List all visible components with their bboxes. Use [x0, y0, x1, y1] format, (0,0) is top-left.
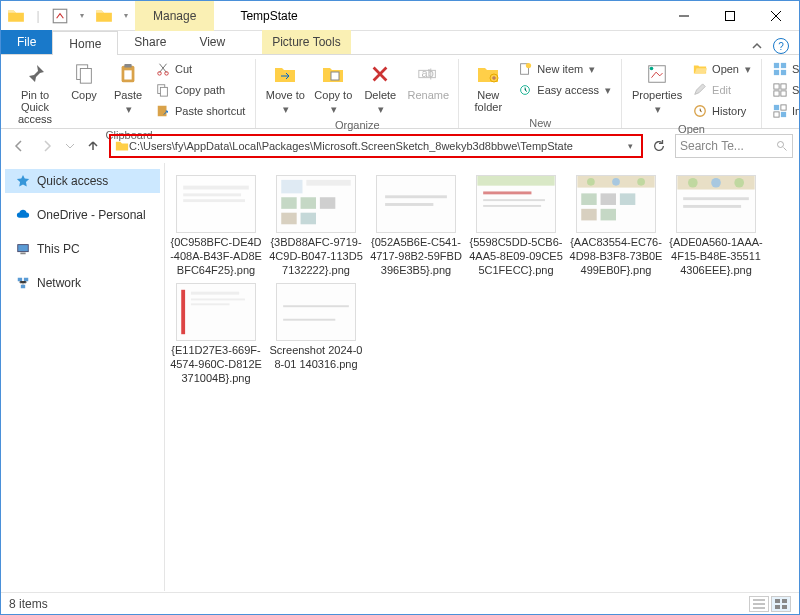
- up-button[interactable]: [81, 134, 105, 158]
- svg-rect-78: [181, 290, 185, 334]
- copy-icon: [71, 61, 97, 87]
- recent-dropdown[interactable]: [63, 134, 77, 158]
- help-icon[interactable]: ?: [773, 38, 789, 54]
- file-item[interactable]: {E11D27E3-669F-4574-960C-D812E371004B}.p…: [169, 283, 263, 385]
- qat-divider: |: [29, 7, 47, 25]
- minimize-button[interactable]: [661, 1, 707, 31]
- properties-icon[interactable]: [51, 7, 69, 25]
- rename-button[interactable]: ab Rename: [404, 59, 452, 103]
- navigation-bar: C:\Users\fy\AppData\Local\Packages\Micro…: [1, 129, 799, 163]
- svg-rect-32: [774, 112, 779, 117]
- svg-point-63: [612, 178, 620, 186]
- computer-icon: [15, 241, 31, 257]
- collapse-ribbon-icon[interactable]: [751, 40, 763, 52]
- svg-rect-65: [581, 193, 596, 205]
- new-item-button[interactable]: New item▾: [513, 59, 615, 79]
- easy-access-button[interactable]: Easy access▾: [513, 80, 615, 100]
- svg-rect-11: [158, 106, 167, 117]
- properties-button[interactable]: Properties▾: [628, 59, 686, 117]
- sidebar-item-quick-access[interactable]: Quick access: [5, 169, 160, 193]
- cut-button[interactable]: Cut: [151, 59, 249, 79]
- copy-button[interactable]: Copy: [63, 59, 105, 103]
- qat-dropdown-icon[interactable]: ▾: [117, 7, 135, 25]
- svg-rect-30: [774, 105, 779, 110]
- svg-point-74: [734, 178, 744, 188]
- svg-rect-43: [183, 199, 245, 202]
- file-item[interactable]: {AAC83554-EC76-4D98-B3F8-73B0E499EB0F}.p…: [569, 175, 663, 277]
- edit-button[interactable]: Edit: [688, 80, 755, 100]
- sidebar-label: OneDrive - Personal: [37, 208, 146, 222]
- move-to-button[interactable]: Move to▾: [262, 59, 308, 117]
- file-item[interactable]: {0C958BFC-DE4D-408A-B43F-AD8EBFC64F25}.p…: [169, 175, 263, 277]
- svg-text:ab: ab: [422, 67, 434, 79]
- refresh-button[interactable]: [647, 134, 671, 158]
- thumbnail: [276, 175, 356, 233]
- file-name: Screenshot 2024-08-01 140316.png: [269, 344, 363, 372]
- maximize-button[interactable]: [707, 1, 753, 31]
- svg-rect-46: [306, 180, 350, 186]
- svg-rect-36: [20, 253, 25, 255]
- address-bar[interactable]: C:\Users\fy\AppData\Local\Packages\Micro…: [109, 134, 643, 158]
- qat-chevron[interactable]: ▾: [73, 7, 91, 25]
- invert-selection-button[interactable]: Invert selection: [768, 101, 800, 121]
- details-view-button[interactable]: [749, 596, 769, 612]
- select-none-button[interactable]: Select none: [768, 80, 800, 100]
- sidebar-item-onedrive[interactable]: OneDrive - Personal: [5, 203, 160, 227]
- copy-to-button[interactable]: Copy to▾: [310, 59, 356, 117]
- close-button[interactable]: [753, 1, 799, 31]
- svg-point-62: [587, 178, 595, 186]
- tab-home[interactable]: Home: [52, 31, 118, 55]
- window-title: TempState: [240, 9, 297, 23]
- svg-rect-28: [774, 91, 779, 96]
- ribbon-group-clipboard: Pin to Quick access Copy Paste▾ Cut Copy…: [3, 59, 256, 128]
- svg-rect-37: [18, 278, 22, 282]
- svg-rect-40: [177, 176, 254, 232]
- paste-button[interactable]: Paste▾: [107, 59, 149, 117]
- file-item[interactable]: {5598C5DD-5CB6-4AA5-8E09-09CE55C1FECC}.p…: [469, 175, 563, 277]
- svg-point-73: [711, 178, 721, 188]
- pin-quick-access-button[interactable]: Pin to Quick access: [9, 59, 61, 127]
- star-icon: [15, 173, 31, 189]
- tab-file[interactable]: File: [1, 30, 52, 54]
- copy-path-button[interactable]: Copy path: [151, 80, 249, 100]
- paste-shortcut-button[interactable]: Paste shortcut: [151, 101, 249, 121]
- file-item[interactable]: {052A5B6E-C541-4717-98B2-59FBD396E3B5}.p…: [369, 175, 463, 277]
- content-area: Quick access OneDrive - Personal This PC…: [1, 163, 799, 591]
- svg-rect-51: [301, 213, 316, 225]
- search-icon: [776, 140, 788, 152]
- new-folder-icon[interactable]: [95, 7, 113, 25]
- tab-share[interactable]: Share: [118, 30, 183, 54]
- history-button[interactable]: History: [688, 101, 755, 121]
- svg-rect-0: [53, 9, 67, 23]
- file-item[interactable]: {ADE0A560-1AAA-4F15-B48E-355114306EEE}.p…: [669, 175, 763, 277]
- file-name: {3BD88AFC-9719-4C9D-B047-113D57132222}.p…: [269, 236, 363, 277]
- sidebar-label: This PC: [37, 242, 80, 256]
- copy-path-icon: [155, 82, 171, 98]
- sidebar-item-this-pc[interactable]: This PC: [5, 237, 160, 261]
- open-button[interactable]: Open▾: [688, 59, 755, 79]
- delete-icon: [367, 61, 393, 87]
- thumbnails-view-button[interactable]: [771, 596, 791, 612]
- item-count: 8 items: [9, 597, 48, 611]
- search-input[interactable]: Search Te...: [675, 134, 793, 158]
- svg-rect-81: [191, 304, 230, 306]
- svg-rect-84: [283, 319, 335, 321]
- copy-to-icon: [320, 61, 346, 87]
- tab-picture-tools[interactable]: Picture Tools: [262, 30, 350, 54]
- forward-button[interactable]: [35, 134, 59, 158]
- file-item[interactable]: {3BD88AFC-9719-4C9D-B047-113D57132222}.p…: [269, 175, 363, 277]
- address-dropdown-icon[interactable]: ▾: [624, 141, 637, 151]
- select-all-button[interactable]: Select all: [768, 59, 800, 79]
- search-placeholder: Search Te...: [680, 139, 744, 153]
- tab-view[interactable]: View: [183, 30, 242, 54]
- ribbon-group-select: Select all Select none Invert selection …: [762, 59, 800, 128]
- new-folder-button[interactable]: New folder: [465, 59, 511, 115]
- file-name: {ADE0A560-1AAA-4F15-B48E-355114306EEE}.p…: [669, 236, 763, 277]
- sidebar-item-network[interactable]: Network: [5, 271, 160, 295]
- organize-label: Organize: [335, 117, 380, 133]
- back-button[interactable]: [7, 134, 31, 158]
- file-item[interactable]: Screenshot 2024-08-01 140316.png: [269, 283, 363, 385]
- svg-rect-80: [191, 299, 245, 301]
- delete-button[interactable]: Delete▾: [358, 59, 402, 117]
- pin-icon: [22, 61, 48, 87]
